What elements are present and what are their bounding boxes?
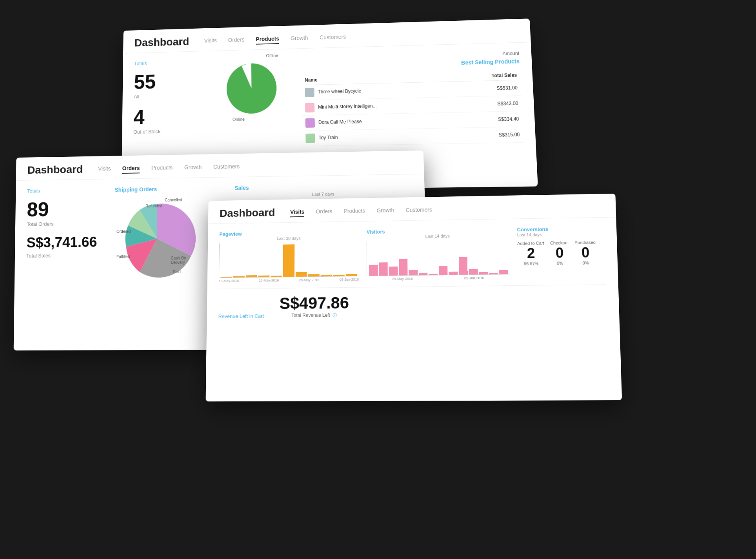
conversions-section: Conversions Last 14 days Added to Cart 2… [517,225,606,280]
tab-products-1[interactable]: Products [256,34,279,45]
v-xlabels: 29-May-2016 05-Jun-2016 [367,276,510,281]
totals-label-1: Totals [134,59,202,66]
stat-all-value: 55 [134,71,202,92]
visitors-chart [367,239,510,276]
pv-xlabels: 15-May-2016 22-May-2016 29-May-2016 05-J… [219,278,359,283]
tab-products-3[interactable]: Products [344,206,365,216]
product-total-2: S$343.00 [458,96,522,113]
visitors-section: Visitors Last 14 days [367,227,510,281]
conv-purchased-pct: 0% [575,260,596,265]
tab-orders-2[interactable]: Orders [122,163,140,174]
card1-body: Totals 55 All 4 Out of Stock Offline [122,42,536,157]
pie-offline-label: Offline [266,53,278,58]
tab-growth-1[interactable]: Growth [291,33,308,44]
conv-purchased-value: 0 [575,245,596,260]
stat-sales-label: Total Sales [26,252,103,259]
tab-growth-3[interactable]: Growth [376,205,394,216]
product-total-4: S$315.00 [459,127,523,143]
pv-bar-10 [333,275,344,276]
pageview-chart [219,241,359,278]
pv-bar-7 [296,272,307,277]
v-bar-11 [469,269,478,275]
conv-checkout-pct: 0% [551,261,569,266]
stat-oos-value: 4 [133,106,202,127]
v-bar-3 [389,267,398,276]
tab-visits-2[interactable]: Visits [98,164,111,174]
shipping-pie: Cancelled Refunded Ordered Fulfilled Pai… [114,196,200,282]
product-total-1: S$531.00 [457,80,521,97]
product-icon-4 [305,134,315,143]
shipping-pie-svg [114,196,200,282]
revenue-amount: S$497.86 [279,294,349,313]
tab-customers-2[interactable]: Customers [213,162,240,172]
sales-title: Sales [234,182,413,191]
pv-bar-1 [221,277,233,278]
pie-chart-1: Offline Online [221,57,283,120]
pie-svg-1 [221,57,283,120]
svg-point-0 [227,63,277,114]
tab-customers-3[interactable]: Customers [406,205,432,216]
label-refunded: Refunded [145,204,162,208]
best-selling: Amount Best Selling Products Name Total … [301,51,523,146]
card2-nav: Visits Orders Products Growth Customers [98,162,240,174]
sales-period: Last 7 days [234,191,413,198]
conv-added-value: 2 [517,245,545,261]
revenue-label: Total Revenue Left ⓘ [279,312,349,319]
v-bar-1 [369,265,378,276]
card3-body: Pageview Last 30 days 15-May-2016 [207,217,620,327]
stat-sales-value: S$3,741.66 [26,234,103,251]
label-fulfilled: Fulfilled [116,254,130,259]
pv-label-2: 22-May-2016 [259,278,279,282]
stat-orders-label: Total Orders [27,220,103,227]
stat-orders-value: 89 [27,198,103,220]
tab-visits-1[interactable]: Visits [204,36,217,46]
v-bar-6 [419,273,428,275]
tab-visits-3[interactable]: Visits [290,207,304,217]
card1-nav: Visits Orders Products Growth Customers [204,32,346,46]
tab-orders-1[interactable]: Orders [228,35,245,45]
v-bar-14 [499,270,508,274]
revenue-title: Revenue Left in Cart [218,313,264,319]
conversions-period: Last 14 days [517,231,605,237]
pageview-section: Pageview Last 30 days 15-May-2016 [219,229,359,283]
conv-added: Added to Cart 2 66.67% [517,241,545,266]
revenue-row: Revenue Left in Cart S$497.86 Total Reve… [218,284,607,319]
product-icon-3 [305,118,315,127]
v-bar-7 [429,274,438,275]
card1-totals: Totals 55 All 4 Out of Stock [133,59,202,149]
v-bar-4 [399,259,408,276]
totals-label-2: Totals [27,187,103,194]
v-label-2: 05-Jun-2016 [464,276,484,280]
card1-title: Dashboard [134,36,189,49]
card3-nav: Visits Orders Products Growth Customers [290,205,432,217]
col-total: Total Sales [457,70,520,82]
v-bar-10 [458,257,467,275]
pv-bar-11 [345,274,357,276]
product-total-3: S$334.40 [458,111,523,128]
tab-customers-1[interactable]: Customers [320,32,346,43]
v-bar-9 [449,271,458,275]
card3-top-row: Pageview Last 30 days 15-May-2016 [219,225,606,283]
pv-label-4: 05-Jun-2016 [339,278,359,281]
v-bar-8 [439,266,448,275]
label-cod: Cash On Delivery [171,256,200,265]
pv-bar-4 [258,275,269,277]
revenue-info-icon: ⓘ [333,313,337,318]
v-bar-5 [409,270,418,275]
v-bar-2 [379,263,388,276]
shipping-title: Shipping Orders [115,185,223,193]
revenue-amount-block: S$497.86 Total Revenue Left ⓘ [279,294,349,319]
conv-checkout: Checkout 0 0% [550,240,569,265]
label-paid: Paid [173,270,181,274]
stat-all-label: All [134,92,202,100]
pie-online-offline: Offline Online [213,57,291,148]
pv-bar-3 [246,275,257,277]
visits-dashboard-card: Dashboard Visits Orders Products Growth … [206,194,622,401]
tab-products-2[interactable]: Products [151,163,173,173]
tab-orders-3[interactable]: Orders [316,207,333,217]
product-name-4: Toy Train [302,128,460,146]
label-cancelled: Cancelled [165,198,182,202]
tab-growth-2[interactable]: Growth [184,162,202,172]
pv-label-1: 15-May-2016 [219,279,239,283]
card3-title: Dashboard [220,207,275,220]
